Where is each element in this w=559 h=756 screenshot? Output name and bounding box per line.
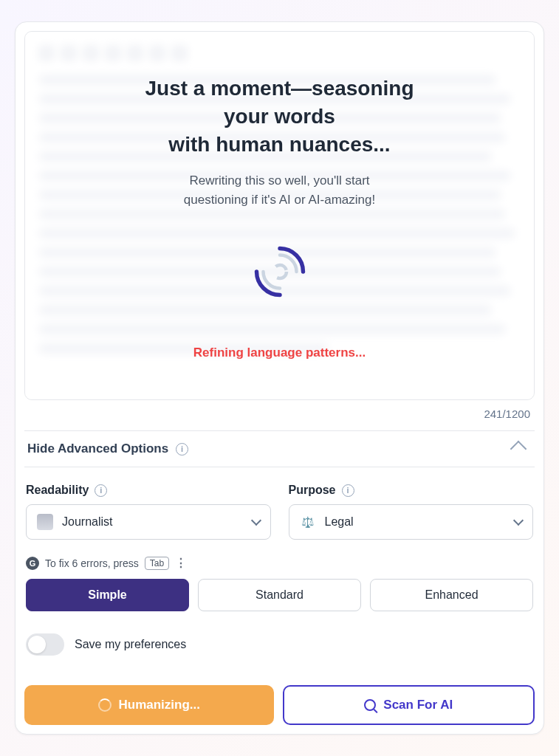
loading-spinner-icon bbox=[98, 698, 112, 712]
loading-overlay: Just a moment—seasoning your words with … bbox=[25, 32, 534, 399]
humanize-label: Humanizing... bbox=[119, 698, 201, 712]
info-icon[interactable]: i bbox=[342, 484, 354, 497]
mode-segments: Simple Standard Enhanced bbox=[24, 579, 535, 611]
info-icon[interactable]: i bbox=[176, 443, 188, 456]
overlay-title: Just a moment—seasoning your words with … bbox=[145, 75, 414, 158]
humanize-button[interactable]: Humanizing... bbox=[24, 685, 274, 725]
readability-select[interactable]: Journalist bbox=[26, 504, 271, 540]
grammarly-icon: G bbox=[26, 557, 39, 570]
readability-label-row: Readability i bbox=[26, 484, 271, 497]
tab-key-badge: Tab bbox=[145, 557, 169, 570]
main-panel: Just a moment—seasoning your words with … bbox=[15, 21, 544, 735]
purpose-value: Legal bbox=[325, 515, 354, 529]
readability-column: Readability i Journalist bbox=[26, 484, 271, 540]
options-row: Readability i Journalist Purpose i ⚖️ Le… bbox=[24, 484, 535, 540]
chevron-up-icon bbox=[510, 441, 527, 458]
scan-label: Scan For AI bbox=[383, 698, 453, 712]
grammar-hint-text: To fix 6 errors, press bbox=[45, 557, 139, 569]
editor-area: Just a moment—seasoning your words with … bbox=[24, 31, 535, 400]
purpose-label: Purpose bbox=[289, 484, 336, 497]
word-count: 241/1200 bbox=[24, 400, 535, 430]
status-message: Refining language patterns... bbox=[193, 346, 366, 360]
purpose-column: Purpose i ⚖️ Legal bbox=[289, 484, 534, 540]
chevron-down-icon bbox=[513, 515, 524, 526]
advanced-options-header[interactable]: Hide Advanced Options i bbox=[24, 430, 535, 467]
title-line-3: with human nuances... bbox=[168, 133, 390, 156]
readability-label: Readability bbox=[26, 484, 89, 497]
advanced-options-label: Hide Advanced Options bbox=[27, 441, 168, 456]
readability-value: Journalist bbox=[62, 515, 112, 529]
action-buttons: Humanizing... Scan For AI bbox=[24, 685, 535, 725]
sub-line-1: Rewriting this so well, you'll start bbox=[189, 173, 369, 188]
journalist-icon bbox=[37, 514, 53, 530]
mode-simple-button[interactable]: Simple bbox=[26, 579, 189, 611]
chevron-down-icon bbox=[250, 515, 261, 526]
purpose-select[interactable]: ⚖️ Legal bbox=[289, 504, 534, 540]
preferences-row: Save my preferences bbox=[24, 633, 535, 656]
search-icon bbox=[364, 699, 376, 711]
overlay-subtitle: Rewriting this so well, you'll start que… bbox=[184, 171, 375, 209]
fingerprint-spinner-icon bbox=[247, 238, 313, 305]
scan-for-ai-button[interactable]: Scan For AI bbox=[283, 685, 535, 725]
scales-icon: ⚖️ bbox=[300, 514, 316, 530]
toggle-knob bbox=[28, 636, 46, 653]
info-icon[interactable]: i bbox=[95, 484, 107, 497]
mode-standard-button[interactable]: Standard bbox=[198, 579, 361, 611]
more-dots-icon[interactable]: ⋮ bbox=[175, 556, 187, 570]
sub-line-2: questioning if it's AI or AI-amazing! bbox=[184, 193, 375, 207]
purpose-label-row: Purpose i bbox=[289, 484, 534, 497]
mode-enhanced-button[interactable]: Enhanced bbox=[370, 579, 533, 611]
title-line-2: your words bbox=[224, 105, 335, 128]
svg-point-0 bbox=[273, 265, 287, 278]
save-preferences-toggle[interactable] bbox=[26, 633, 64, 656]
title-line-1: Just a moment—seasoning bbox=[145, 77, 414, 100]
save-preferences-label: Save my preferences bbox=[75, 638, 186, 651]
grammar-hint: G To fix 6 errors, press Tab ⋮ bbox=[24, 556, 535, 570]
